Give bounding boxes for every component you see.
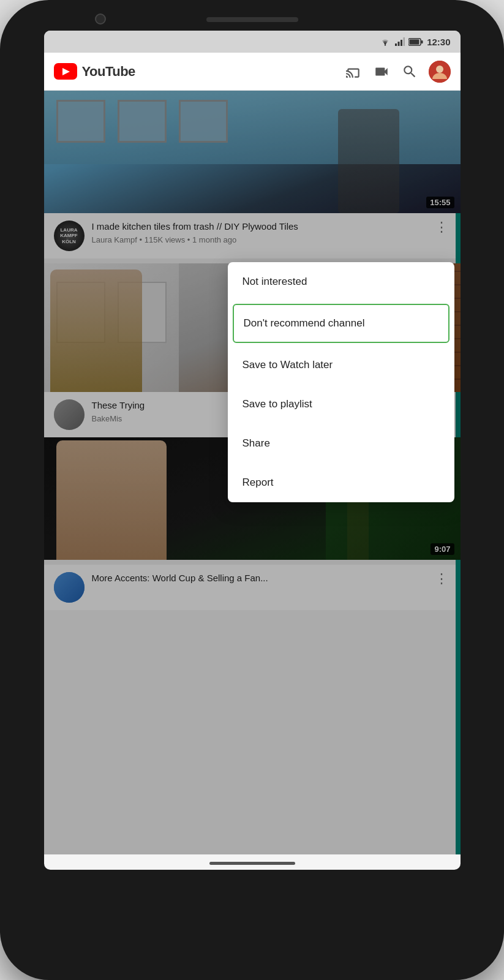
phone-device: 12:30 YouTube — [0, 0, 504, 980]
svg-rect-2 — [398, 42, 400, 46]
content-area: 15:55 LAURA KAMPF KÖLN I made kitchen ti… — [44, 91, 461, 854]
screen: 12:30 YouTube — [44, 31, 461, 870]
svg-point-9 — [436, 66, 443, 73]
cast-icon-svg — [345, 64, 361, 80]
context-menu-overlay[interactable]: Not interested Don't recommend channel S… — [44, 91, 461, 854]
svg-rect-3 — [401, 40, 402, 46]
status-bar: 12:30 — [44, 31, 461, 53]
avatar-icon — [429, 61, 451, 83]
menu-item-save-watch-later[interactable]: Save to Watch later — [228, 345, 454, 385]
svg-rect-6 — [421, 40, 423, 43]
user-avatar[interactable] — [429, 61, 451, 83]
svg-point-0 — [385, 44, 386, 45]
speaker — [206, 17, 298, 22]
menu-item-not-interested-label: Not interested — [243, 276, 307, 288]
search-icon-svg — [402, 64, 418, 80]
menu-item-report-label: Report — [243, 477, 274, 489]
menu-item-save-watch-later-label: Save to Watch later — [243, 359, 333, 371]
svg-rect-4 — [404, 37, 405, 46]
search-button[interactable] — [401, 62, 419, 81]
menu-item-save-playlist[interactable]: Save to playlist — [228, 385, 454, 424]
youtube-header: YouTube — [44, 53, 461, 91]
signal-icon — [395, 37, 405, 46]
menu-item-report[interactable]: Report — [228, 463, 454, 502]
camera-button[interactable] — [372, 62, 391, 81]
cast-button[interactable] — [344, 62, 363, 81]
front-camera — [95, 13, 106, 24]
battery-icon — [408, 38, 423, 46]
menu-item-not-interested[interactable]: Not interested — [228, 262, 454, 301]
status-time: 12:30 — [427, 37, 450, 47]
youtube-logo[interactable]: YouTube — [54, 63, 344, 80]
context-menu: Not interested Don't recommend channel S… — [228, 262, 454, 502]
home-indicator — [209, 862, 295, 865]
status-icons: 12:30 — [379, 37, 450, 47]
header-icons — [344, 61, 451, 83]
camera-icon-svg — [374, 64, 389, 80]
svg-rect-1 — [395, 43, 397, 46]
menu-item-share[interactable]: Share — [228, 424, 454, 463]
menu-item-dont-recommend-label: Don't recommend channel — [244, 317, 365, 330]
youtube-title: YouTube — [82, 64, 135, 80]
menu-item-share-label: Share — [243, 437, 270, 450]
menu-item-save-playlist-label: Save to playlist — [243, 398, 312, 410]
play-triangle — [62, 68, 70, 75]
youtube-play-icon — [54, 63, 77, 80]
menu-item-dont-recommend[interactable]: Don't recommend channel — [233, 304, 449, 343]
wifi-icon — [379, 37, 391, 46]
svg-rect-7 — [410, 39, 419, 44]
